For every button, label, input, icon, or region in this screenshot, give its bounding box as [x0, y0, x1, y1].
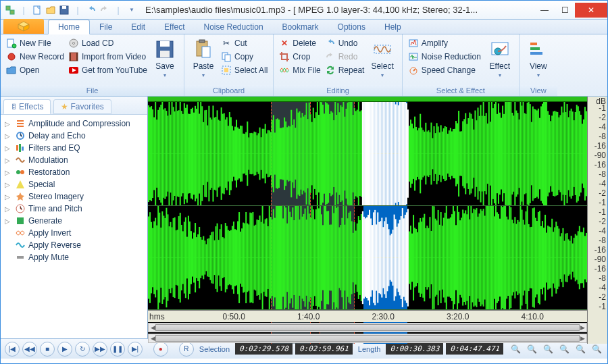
speed-change-button[interactable]: Speed Change	[407, 64, 482, 76]
effect-button[interactable]: Effect▾	[485, 37, 515, 85]
tab-home[interactable]: Home	[48, 20, 90, 34]
tab-noise[interactable]: Noise Reduction	[195, 20, 273, 34]
svg-rect-82	[191, 109, 192, 199]
zoom-out-icon[interactable]: 🔍	[525, 343, 538, 355]
svg-rect-373	[149, 212, 151, 303]
cut-button[interactable]: ✂Cut	[220, 37, 269, 49]
ffwd-button[interactable]: ▶▶	[93, 342, 107, 357]
zoom-vr-icon[interactable]: 🔍	[590, 343, 603, 355]
tree-item[interactable]: ▷Generate	[2, 215, 146, 227]
time-axis: hms 0:50.0 1:40.0 2:30.0 3:20.0 4:10.0	[148, 310, 587, 322]
svg-rect-163	[302, 113, 303, 194]
goto-start-button[interactable]: |◀	[5, 342, 20, 357]
save-icon[interactable]	[59, 5, 70, 16]
delete-button[interactable]: ✕Delete	[278, 37, 322, 49]
svg-rect-555	[399, 220, 401, 296]
amplify-button[interactable]: Amplify	[407, 37, 482, 49]
new-file-button[interactable]: New File	[5, 37, 66, 49]
loop-button[interactable]: ↻	[75, 342, 90, 357]
svg-rect-205	[359, 111, 361, 196]
svg-rect-538	[376, 224, 377, 290]
zoom-sel-icon[interactable]: 🔍	[541, 343, 555, 355]
tab-help[interactable]: Help	[375, 20, 411, 34]
redo-icon[interactable]	[99, 5, 110, 16]
waveform-right[interactable]	[148, 206, 587, 310]
tree-item[interactable]: ▷Delay and Echo	[2, 130, 146, 142]
tab-edit[interactable]: Edit	[122, 20, 155, 34]
pause-button[interactable]: ❚❚	[110, 342, 125, 357]
open-icon[interactable]	[45, 5, 56, 16]
tree-item[interactable]: ▷Special	[2, 178, 146, 190]
svg-rect-89	[200, 102, 201, 205]
svg-rect-374	[151, 222, 152, 294]
sidebar-tab-effects[interactable]: 🎛Effects	[3, 99, 51, 114]
save-button[interactable]: Save▾	[150, 37, 180, 85]
svg-rect-422	[217, 224, 218, 292]
copy-button[interactable]: Copy	[220, 51, 269, 63]
view-button[interactable]: View▾	[524, 37, 553, 85]
tree-item[interactable]: ▷Filters and EQ	[2, 142, 146, 154]
svg-rect-62	[163, 109, 164, 198]
crop-button[interactable]: Crop	[278, 51, 322, 63]
sidebar-tab-favorites[interactable]: ★Favorites	[53, 99, 111, 114]
svg-rect-214	[372, 102, 373, 205]
new-icon[interactable]	[32, 5, 43, 16]
svg-rect-154	[289, 126, 290, 180]
tree-item[interactable]: Apply Mute	[2, 251, 146, 263]
open-button[interactable]: Open	[5, 64, 66, 76]
goto-end-button[interactable]: ▶|	[128, 342, 143, 357]
svg-rect-565	[413, 215, 414, 301]
zoom-v-icon[interactable]: 🔍	[574, 343, 587, 355]
tree-item[interactable]: ▷Amplitude and Compression	[2, 118, 146, 130]
svg-rect-324	[523, 102, 524, 205]
svg-rect-298	[487, 124, 488, 184]
tab-file[interactable]: File	[90, 20, 122, 34]
app-tab[interactable]	[3, 19, 44, 34]
load-cd-button[interactable]: Load CD	[67, 37, 149, 49]
repeat-button[interactable]: Repeat	[324, 64, 366, 76]
svg-rect-634	[507, 219, 509, 296]
tab-bookmark[interactable]: Bookmark	[273, 20, 328, 34]
scroll-thumb[interactable]	[155, 324, 580, 331]
stop-button[interactable]: ■	[40, 342, 55, 357]
svg-rect-22	[199, 40, 205, 43]
qat-dropdown-icon[interactable]: ▼	[126, 5, 137, 16]
zoom-fit-icon[interactable]: 🔍	[557, 343, 571, 355]
tree-item[interactable]: Apply Reverse	[2, 239, 146, 251]
tree-item[interactable]: Apply Invert	[2, 227, 146, 239]
svg-rect-153	[288, 126, 289, 181]
paste-button[interactable]: Paste▾	[188, 37, 218, 85]
select-all-button[interactable]: Select All	[220, 64, 269, 76]
mix-button[interactable]: Mix File	[278, 64, 322, 76]
play-button[interactable]: ▶	[57, 342, 72, 357]
svg-rect-554	[398, 224, 399, 292]
new-record-button[interactable]: New Record	[5, 51, 66, 63]
waveform-left[interactable]	[148, 102, 587, 206]
minimize-button[interactable]: —	[534, 3, 555, 18]
svg-rect-263	[439, 132, 440, 175]
maximize-button[interactable]: ☐	[555, 3, 575, 18]
scroll-right-icon[interactable]: ▶	[578, 323, 586, 332]
tree-item[interactable]: ▷Stereo Imagery	[2, 190, 146, 203]
svg-rect-347	[554, 111, 555, 197]
tree-item[interactable]: ▷Restoration	[2, 166, 146, 178]
import-video-button[interactable]: Import from Video	[67, 51, 149, 63]
noise-reduction-button[interactable]: Noise Reduction	[407, 51, 482, 63]
redo-button[interactable]: Redo	[324, 51, 366, 63]
undo-icon[interactable]	[86, 5, 97, 16]
zoom-in-icon[interactable]: 🔍	[509, 343, 522, 355]
select-button[interactable]: Select▾	[367, 37, 397, 85]
time-rail[interactable]	[148, 97, 587, 102]
qat-icon-1[interactable]	[5, 5, 16, 16]
tree-item[interactable]: ▷Modulation	[2, 154, 146, 166]
tab-effect[interactable]: Effect	[155, 20, 194, 34]
undo-button[interactable]: Undo	[324, 37, 366, 49]
hscroll2[interactable]: ◀▶	[148, 334, 587, 343]
rewind-button[interactable]: ◀◀	[22, 342, 37, 357]
hscroll[interactable]: ◀▶	[148, 323, 587, 332]
close-button[interactable]: ✕	[575, 3, 607, 18]
tab-options[interactable]: Options	[328, 20, 375, 34]
youtube-button[interactable]: Get from YouTube	[67, 64, 149, 76]
svg-rect-258	[432, 138, 433, 170]
tree-item[interactable]: ▷Time and Pitch	[2, 203, 146, 215]
